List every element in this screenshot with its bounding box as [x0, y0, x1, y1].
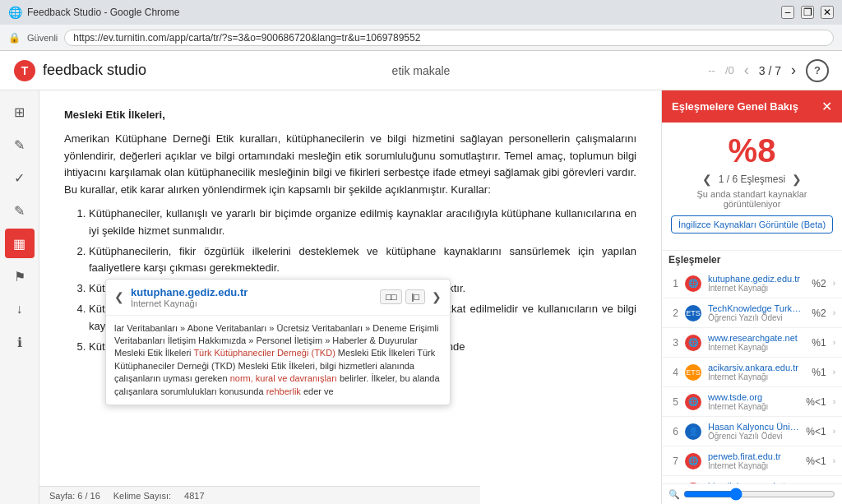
check-icon[interactable]: ✓ [5, 163, 35, 192]
help-button[interactable]: ? [806, 59, 829, 82]
close-button[interactable]: ✕ [821, 6, 834, 19]
match-info-5: www.tsde.org İnternet Kaynağı [708, 392, 799, 411]
lock-icon: 🔒 [8, 32, 21, 44]
match-percent-3: %1 [812, 337, 826, 349]
matches-next-button[interactable]: ❯ [792, 173, 802, 186]
match-percent-2: %2 [812, 307, 826, 319]
match-name-1: kutuphane.gediz.edu.tr [708, 274, 805, 284]
tooltip-next-button[interactable]: ❯ [432, 290, 442, 303]
match-arrow-6: › [833, 427, 835, 436]
match-item-8[interactable]: 8 🌐 birecik.harran.edu.tr İnternet Kayna… [662, 476, 842, 483]
layers-icon[interactable]: ⊞ [5, 97, 35, 127]
match-item-7[interactable]: 7 🌐 perweb.firat.edu.tr İnternet Kaynağı… [662, 446, 842, 476]
match-number-6: 6 [669, 426, 678, 437]
tooltip-link3[interactable]: rehberlik [266, 386, 301, 396]
info-icon[interactable]: ℹ [5, 327, 35, 357]
match-icon-3: 🌐 [685, 335, 701, 351]
match-arrow-4: › [833, 368, 835, 377]
url-bar[interactable]: https://ev.turnitin.com/app/carta/tr/?s=… [64, 30, 834, 46]
tooltip-source-type: İnternet Kaynağı [131, 298, 373, 308]
titlebar: 🌐 Feedback Studio - Google Chrome – ❐ ✕ [0, 0, 842, 25]
match-icon-6: 👤 [685, 423, 701, 440]
window-controls: – ❐ ✕ [781, 6, 834, 19]
edit-icon[interactable]: ✎ [5, 196, 35, 225]
fingerprint-icon[interactable]: ✎ [5, 130, 35, 160]
match-item-2[interactable]: 2 ETS TechKnowledge Turkey... Öğrenci Ya… [662, 298, 842, 328]
sidebar-icons: ⊞ ✎ ✓ ✎ ▦ ⚑ ↓ ℹ [0, 90, 39, 504]
restore-button[interactable]: ❐ [801, 6, 814, 19]
list-item-2: Kütüphanecilerin, fikir özgürlük ilkeler… [89, 243, 636, 278]
match-icon-4: ETS [685, 364, 701, 381]
grid-icon[interactable]: ▦ [5, 229, 35, 258]
next-page-button[interactable]: › [791, 62, 796, 79]
match-icon-2: ETS [685, 305, 701, 321]
match-percent-4: %1 [812, 367, 826, 378]
page-status: Sayfa: 6 / 16 [49, 491, 100, 501]
match-arrow-1: › [833, 279, 835, 288]
match-info-1: kutuphane.gediz.edu.tr İnternet Kaynağı [708, 274, 805, 293]
main-layout: ⊞ ✎ ✓ ✎ ▦ ⚑ ↓ ℹ Mesleki Etik İlkeleri, A… [0, 90, 842, 504]
match-item-4[interactable]: 4 ETS acikarsiv.ankara.edu.tr İnternet K… [662, 358, 842, 387]
match-number-7: 7 [669, 455, 678, 467]
match-number-1: 1 [669, 278, 678, 289]
document-area: Mesleki Etik İlkeleri, Amerikan Kütüphan… [39, 90, 661, 504]
match-item-3[interactable]: 3 🌐 www.researchgate.net İnternet Kaynağ… [662, 328, 842, 358]
app-logo: T feedback studio [13, 59, 146, 82]
match-percent-1: %2 [812, 278, 826, 289]
zoom-bar: 🔍 [662, 483, 842, 504]
match-name-4: acikarsiv.ankara.edu.tr [708, 363, 805, 372]
match-icon-5: 🌐 [685, 394, 701, 410]
tooltip-prev-button[interactable]: ❮ [114, 290, 124, 303]
panel-score-section: %8 ❮ 1 / 6 Eşleşmesi ❯ Şu anda standart … [662, 123, 842, 251]
tooltip-action2-button[interactable]: |□ [405, 289, 425, 304]
matches-list: 1 🌐 kutuphane.gediz.edu.tr İnternet Kayn… [662, 269, 842, 483]
match-icon-7: 🌐 [685, 453, 701, 469]
match-type-4: İnternet Kaynağı [708, 372, 805, 381]
match-arrow-5: › [833, 397, 835, 406]
beta-button[interactable]: İngilizce Kaynakları Görüntüle (Beta) [671, 215, 833, 234]
app-name: feedback studio [43, 62, 146, 79]
matches-prev-button[interactable]: ❮ [702, 173, 712, 186]
tooltip-source-link[interactable]: kutuphane.gediz.edu.tr [131, 286, 248, 298]
match-number-5: 5 [669, 396, 678, 408]
download-icon[interactable]: ↓ [5, 294, 35, 324]
match-item-1[interactable]: 1 🌐 kutuphane.gediz.edu.tr İnternet Kayn… [662, 269, 842, 298]
document-heading: Mesleki Etik İlkeleri, [64, 107, 636, 124]
panel-subtitle: Şu anda standart kaynaklar görüntüleniyo… [669, 189, 835, 209]
right-panel: Eşleşmelere Genel Bakış ✕ %8 ❮ 1 / 6 Eşl… [661, 90, 842, 504]
match-arrow-3: › [833, 338, 835, 347]
matches-nav: ❮ 1 / 6 Eşleşmesi ❯ [669, 173, 835, 186]
tooltip-link1[interactable]: Türk Kütüphaneciler Derneği (TKD) [193, 348, 335, 358]
panel-close-button[interactable]: ✕ [821, 99, 832, 114]
match-info-7: perweb.firat.edu.tr İnternet Kaynağı [708, 451, 799, 470]
tooltip-body: lar Veritabanları » Abone Veritabanları … [106, 316, 450, 405]
app-header: T feedback studio etik makale -- /0 ‹ 3 … [0, 51, 842, 90]
match-name-6: Hasan Kalyoncu Üniver... [708, 422, 799, 432]
addressbar: 🔒 Güvenli https://ev.turnitin.com/app/ca… [0, 25, 842, 51]
minimize-button[interactable]: – [781, 6, 794, 19]
turnitin-logo-icon: T [13, 59, 36, 82]
tooltip-body-text4: eder ve [301, 386, 334, 396]
page-indicator: 3 / 7 [759, 64, 781, 77]
match-info-4: acikarsiv.ankara.edu.tr İnternet Kaynağı [708, 363, 805, 381]
match-type-7: İnternet Kaynağı [708, 461, 799, 470]
match-name-5: www.tsde.org [708, 392, 799, 402]
search-label: etik makale [392, 64, 451, 77]
match-item-5[interactable]: 5 🌐 www.tsde.org İnternet Kaynağı %<1 › [662, 387, 842, 417]
match-info-3: www.researchgate.net İnternet Kaynağı [708, 333, 805, 352]
prev-page-button[interactable]: ‹ [744, 62, 749, 79]
match-percent-7: %<1 [806, 455, 826, 467]
panel-header: Eşleşmelere Genel Bakış ✕ [662, 90, 842, 123]
zoom-slider[interactable] [683, 488, 835, 501]
matches-count: 1 / 6 Eşleşmesi [719, 173, 785, 185]
browser-icon: 🌐 [8, 6, 22, 19]
similarity-score: %8 [669, 132, 835, 169]
match-info-2: TechKnowledge Turkey... Öğrenci Yazılı Ö… [708, 303, 805, 322]
flag-icon[interactable]: ⚑ [5, 261, 35, 291]
match-item-6[interactable]: 6 👤 Hasan Kalyoncu Üniver... Öğrenci Yaz… [662, 417, 842, 446]
match-percent-5: %<1 [806, 396, 826, 408]
match-arrow-7: › [833, 456, 835, 465]
tooltip-action1-button[interactable]: □□ [380, 289, 402, 304]
tooltip-link2[interactable]: norm, kural ve davranışları [230, 373, 337, 383]
page-count: /0 [725, 64, 734, 76]
